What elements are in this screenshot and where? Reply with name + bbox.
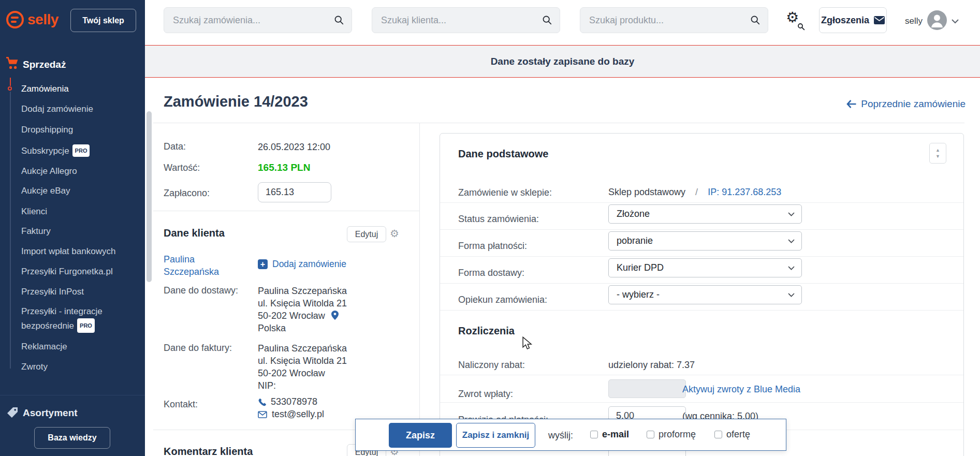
order-value-label: Wartość:	[164, 162, 200, 173]
sidebar-item-zamowienia[interactable]: Zamówienia	[21, 83, 133, 95]
email-address[interactable]: test@selly.pl	[272, 409, 324, 420]
reports-button[interactable]: Zgłoszenia	[819, 7, 887, 33]
banner-message: Dane zostały zapisane do bazy	[491, 56, 635, 67]
order-date-value: 26.05.2023 12:00	[258, 141, 330, 153]
row-divider	[440, 375, 963, 375]
sidebar-item-zwroty[interactable]: Zwroty	[21, 361, 133, 373]
sidebar-item-przesylki-integracje[interactable]: Przesyłki - integracje bezpośredniePRO	[21, 305, 133, 333]
sidebar-section-assortment[interactable]: Asortyment	[23, 407, 78, 419]
advanced-search-settings-icon[interactable]: ⚙	[786, 10, 805, 31]
add-order-link[interactable]: + Dodaj zamówienie	[258, 259, 346, 270]
selly-logo[interactable]: selly	[6, 11, 58, 28]
pro-badge: PRO	[72, 144, 90, 157]
user-menu[interactable]: selly	[905, 10, 959, 32]
sidebar-item-import-wplat[interactable]: Import wpłat bankowych	[21, 246, 133, 257]
paid-label: Zapłacono:	[164, 187, 210, 199]
customer-comment-header: Komentarz klienta	[164, 446, 253, 456]
customer-name-link[interactable]: Paulina Szczepańska	[164, 253, 219, 278]
avatar	[927, 10, 947, 32]
billing-header: Rozliczenia	[458, 325, 515, 337]
content-scrollbar[interactable]	[147, 111, 152, 282]
shop-order-value: Sklep podstawowy / IP: 91.237.68.253	[608, 186, 781, 198]
save-and-close-button[interactable]: Zapisz i zamknij	[456, 423, 535, 448]
sidebar-section-sales[interactable]: Sprzedaż	[23, 59, 66, 70]
selly-admin-order-page: selly Twój sklep Sprzedaż Zamówienia Dod…	[0, 0, 980, 456]
sidebar-item-subskrypcje[interactable]: SubskrypcjePRO	[21, 144, 133, 157]
order-status-select[interactable]: Złożone	[608, 204, 802, 224]
email-checkbox[interactable]	[590, 431, 598, 438]
map-pin-icon[interactable]	[331, 311, 339, 320]
search-icon[interactable]	[542, 15, 552, 25]
row-divider	[440, 310, 963, 311]
search-icon[interactable]	[334, 15, 344, 25]
chevron-down-icon	[952, 19, 959, 24]
envelope-outline-icon	[258, 411, 267, 418]
sidebar-item-dodaj-zamowienie[interactable]: Dodaj zamówienie	[21, 104, 133, 115]
sidebar-item-reklamacje[interactable]: Reklamacje	[21, 341, 133, 352]
row-divider	[440, 256, 963, 257]
search-product-input[interactable]	[580, 7, 768, 33]
row-divider	[440, 229, 963, 230]
basic-data-header: Dane podstawowe	[458, 148, 548, 160]
chevron-down-icon	[788, 293, 795, 297]
send-label: wyślij:	[548, 430, 573, 441]
search-order-input[interactable]	[164, 7, 352, 33]
your-shop-button[interactable]: Twój sklep	[70, 9, 136, 32]
envelope-icon	[874, 16, 885, 24]
delivery-method-select[interactable]: Kurier DPD	[608, 258, 802, 277]
magnifier-icon	[797, 23, 805, 31]
phone-icon	[258, 398, 266, 406]
plus-icon: +	[258, 259, 268, 269]
search-icon[interactable]	[750, 15, 760, 25]
collapse-sort-control[interactable]: ▲ ▼	[929, 143, 946, 164]
invoice-data-label: Dane do faktury:	[164, 342, 232, 354]
page-title: Zamówienie 14/2023	[164, 93, 308, 110]
payment-method-label: Forma płatności:	[458, 240, 527, 252]
previous-order-link[interactable]: Poprzednie zamówienie	[846, 98, 966, 110]
payment-method-select[interactable]: pobranie	[608, 231, 802, 251]
phone-number[interactable]: 533078978	[271, 396, 317, 407]
customer-settings-gear-icon[interactable]: ⚙	[390, 228, 399, 239]
action-bar: Zapisz Zapisz i zamknij wyślij: e-mail p…	[355, 419, 786, 451]
edit-customer-button[interactable]: Edytuj	[347, 226, 386, 242]
order-value-amount: 165.13 PLN	[258, 161, 310, 174]
sidebar-item-klienci[interactable]: Klienci	[21, 206, 133, 217]
sidebar-item-przesylki-inpost[interactable]: Przesyłki InPost	[21, 286, 133, 298]
ip-link[interactable]: IP: 91.237.68.253	[708, 187, 781, 197]
activate-refunds-link[interactable]: Aktywuj zwroty z Blue Media	[682, 383, 800, 395]
contact-label: Kontakt:	[164, 399, 198, 410]
paid-amount-input[interactable]	[258, 182, 331, 202]
sidebar-item-aukcje-ebay[interactable]: Aukcje eBay	[21, 185, 133, 197]
search-client-input[interactable]	[372, 7, 560, 33]
user-name: selly	[905, 16, 923, 26]
row-divider	[440, 402, 963, 403]
selly-logo-icon	[6, 11, 24, 28]
sidebar-divider	[0, 395, 145, 395]
sidebar-item-aukcje-allegro[interactable]: Aukcje Allegro	[21, 166, 133, 177]
arrow-down-icon: ▼	[935, 154, 940, 159]
sidebar-item-faktury[interactable]: Faktury	[21, 226, 133, 237]
status-label: Status zamówienia:	[458, 213, 539, 225]
nav-rail-active-segment	[10, 78, 11, 86]
checkbox-offer[interactable]: ofertę	[714, 429, 750, 440]
row-divider	[440, 202, 963, 203]
sidebar-item-dropshipping[interactable]: Dropshipping	[21, 124, 133, 136]
sidebar-item-przesylki-furgonetka[interactable]: Przesyłki Furgonetka.pl	[21, 266, 133, 277]
pro-badge: PRO	[77, 318, 95, 333]
header-divider	[153, 123, 964, 123]
nav-active-dot	[8, 86, 12, 91]
offer-checkbox[interactable]	[714, 431, 722, 438]
proforma-checkbox[interactable]	[647, 431, 654, 438]
contact-email: test@selly.pl	[258, 409, 324, 420]
knowledge-base-button[interactable]: Baza wiedzy	[34, 427, 110, 449]
chevron-down-icon	[788, 239, 795, 243]
chevron-down-icon	[788, 212, 795, 216]
nav-rail	[10, 92, 11, 369]
tag-icon	[7, 407, 18, 420]
refund-input-disabled	[608, 379, 686, 398]
checkbox-email[interactable]: e-mail	[590, 429, 629, 440]
order-keeper-select[interactable]: - wybierz -	[608, 285, 802, 304]
checkbox-proforma[interactable]: proformę	[647, 429, 696, 440]
save-button[interactable]: Zapisz	[389, 423, 452, 448]
separator: /	[695, 187, 698, 197]
